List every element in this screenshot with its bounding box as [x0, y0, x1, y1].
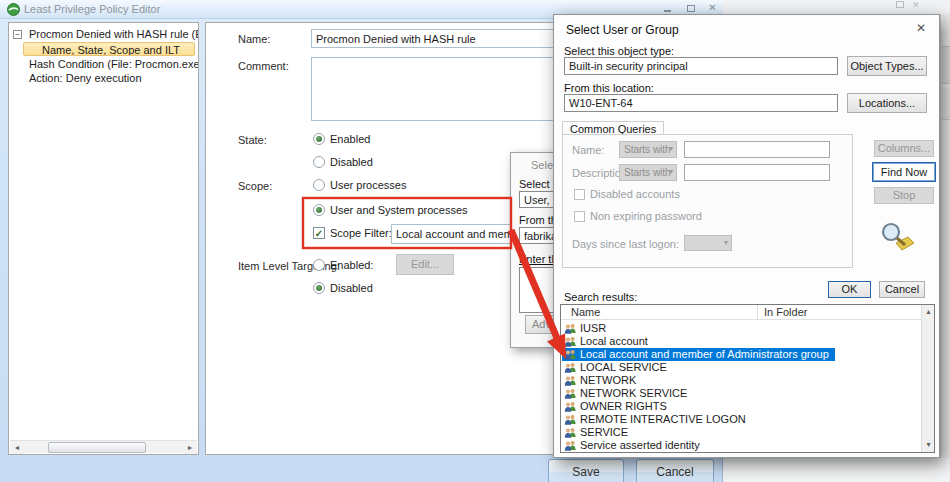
days-since-logon-label: Days since last logon:	[572, 238, 679, 250]
tree-item-name-state-scope-ilt[interactable]: Name, State, Scope and ILT	[23, 42, 195, 56]
query-name-operator-dropdown[interactable]: Starts with ▾	[619, 141, 677, 158]
scope-user-radio[interactable]	[313, 179, 325, 191]
ilt-enabled-radio[interactable]	[313, 259, 325, 271]
scroll-right-icon[interactable]: ▸	[183, 441, 197, 454]
non-expiring-password-checkbox[interactable]	[574, 211, 585, 222]
user-group-icon	[564, 427, 577, 438]
result-name: SERVICE	[580, 426, 628, 439]
state-enabled-radio[interactable]	[313, 133, 325, 145]
scope-user-system-radio[interactable]	[313, 204, 325, 216]
tree-horizontal-scrollbar[interactable]: ◂ ▸	[10, 440, 197, 453]
location-label: From this location:	[564, 82, 654, 94]
tree-item-action[interactable]: Action: Deny execution	[9, 72, 198, 85]
query-description-operator-dropdown[interactable]: Starts with ▾	[619, 164, 677, 181]
ilt-disabled-label[interactable]: Disabled	[330, 282, 373, 294]
maximize-button[interactable]	[682, 2, 699, 14]
state-enabled-label[interactable]: Enabled	[330, 133, 370, 145]
scroll-up-icon[interactable]: ▴	[922, 305, 935, 319]
disabled-accounts-label: Disabled accounts	[590, 188, 680, 200]
policy-tree-panel: − Procmon Denied with HASH rule (Execu..…	[8, 22, 199, 455]
columns-button[interactable]: Columns...	[874, 140, 934, 157]
ilt-edit-button[interactable]: Edit...	[396, 254, 454, 275]
query-description-input[interactable]	[684, 164, 830, 181]
days-since-logon-dropdown[interactable]: ▾	[684, 235, 732, 251]
scope-label: Scope:	[238, 180, 272, 192]
find-now-button[interactable]: Find Now	[872, 162, 936, 182]
ok-button[interactable]: OK	[828, 281, 871, 298]
save-button[interactable]: Save	[548, 459, 624, 482]
dialog-close-icon[interactable]: ✕	[916, 21, 926, 35]
query-name-input[interactable]	[684, 141, 830, 158]
scope-filter-checkbox[interactable]: ✓	[313, 227, 325, 239]
result-name: Service asserted identity	[580, 439, 700, 452]
column-header-in-folder[interactable]: In Folder	[764, 306, 807, 318]
object-type-input[interactable]	[564, 57, 838, 75]
scope-user-system-label[interactable]: User and System processes	[330, 204, 468, 216]
result-name: NETWORK	[580, 374, 636, 387]
object-type-label: Select this object type:	[564, 45, 674, 57]
table-row[interactable]: SERVICE	[562, 426, 920, 439]
column-header-name[interactable]: Name	[571, 306, 600, 318]
scrollbar-thumb[interactable]	[48, 442, 146, 453]
ilt-disabled-radio[interactable]	[313, 282, 325, 294]
app-shield-icon	[7, 3, 20, 16]
result-name: IUSR	[580, 322, 606, 335]
table-row-selected[interactable]: Local account and member of Administrato…	[562, 348, 835, 361]
location-input[interactable]	[564, 94, 838, 112]
query-name-label: Name:	[572, 144, 604, 156]
background-fragment	[942, 46, 950, 84]
tree-item-hash-condition[interactable]: Hash Condition (File: Procmon.exe)	[9, 58, 198, 71]
scope-user-label[interactable]: User processes	[330, 179, 406, 191]
object-types-button[interactable]: Object Types...	[847, 56, 927, 76]
table-row[interactable]: OWNER RIGHTS	[562, 400, 920, 413]
column-separator[interactable]	[757, 305, 758, 320]
table-row[interactable]: Local account	[562, 335, 920, 348]
user-group-icon	[564, 323, 577, 334]
minimize-button[interactable]	[659, 2, 676, 14]
dialog-cancel-button[interactable]: Cancel	[879, 281, 925, 298]
table-row[interactable]: NETWORK SERVICE	[562, 387, 920, 400]
table-row[interactable]: NETWORK	[562, 374, 920, 387]
scope-filter-label[interactable]: Scope Filter:	[330, 227, 392, 239]
window-title: Least Privilege Policy Editor	[24, 3, 160, 15]
table-row-partial[interactable]	[562, 452, 920, 453]
search-results-label: Search results:	[564, 291, 637, 303]
result-name: LOCAL SERVICE	[580, 361, 667, 374]
comment-input[interactable]	[311, 57, 593, 121]
table-row[interactable]: LOCAL SERVICE	[562, 361, 920, 374]
dialog-title: Select User or Group	[566, 23, 679, 37]
table-row[interactable]: IUSR	[562, 322, 920, 335]
tab-common-queries[interactable]: Common Queries	[562, 121, 664, 135]
non-expiring-password-label: Non expiring password	[590, 210, 702, 222]
locations-button[interactable]: Locations...	[847, 93, 927, 113]
operator-value: Starts with	[624, 144, 671, 155]
chevron-down-icon: ▾	[724, 238, 728, 247]
user-group-icon	[564, 401, 577, 412]
table-row[interactable]: Service asserted identity	[562, 439, 920, 452]
cancel-button[interactable]: Cancel	[636, 459, 714, 482]
ilt-enabled-label[interactable]: Enabled:	[330, 259, 373, 271]
disabled-accounts-checkbox[interactable]	[574, 189, 585, 200]
tree-item-label: Hash Condition (File: Procmon.exe)	[29, 58, 198, 71]
list-header: Name In Folder	[561, 305, 934, 320]
close-button[interactable]: ✕	[704, 2, 721, 14]
state-disabled-radio[interactable]	[313, 156, 325, 168]
chevron-down-icon: ▾	[669, 167, 673, 176]
scroll-down-icon[interactable]: ▾	[922, 438, 935, 452]
collapse-icon[interactable]: −	[13, 30, 22, 39]
operator-value: Starts with	[624, 167, 671, 178]
name-input[interactable]	[311, 29, 593, 48]
location-label: From th	[519, 214, 557, 226]
stop-button[interactable]: Stop	[874, 187, 934, 204]
tree-item-policy-rule[interactable]: − Procmon Denied with HASH rule (Execu..…	[9, 28, 198, 41]
table-row[interactable]: REMOTE INTERACTIVE LOGON	[562, 413, 920, 426]
comment-label: Comment:	[238, 60, 289, 72]
result-name: Local account and member of Administrato…	[580, 348, 829, 361]
chevron-down-icon: ▾	[669, 144, 673, 153]
scroll-left-icon[interactable]: ◂	[10, 441, 24, 454]
name-label: Name:	[238, 33, 270, 45]
state-disabled-label[interactable]: Disabled	[330, 156, 373, 168]
user-group-icon	[564, 388, 577, 399]
background-fragment	[942, 88, 950, 120]
results-vertical-scrollbar[interactable]: ▴ ▾	[921, 305, 934, 452]
